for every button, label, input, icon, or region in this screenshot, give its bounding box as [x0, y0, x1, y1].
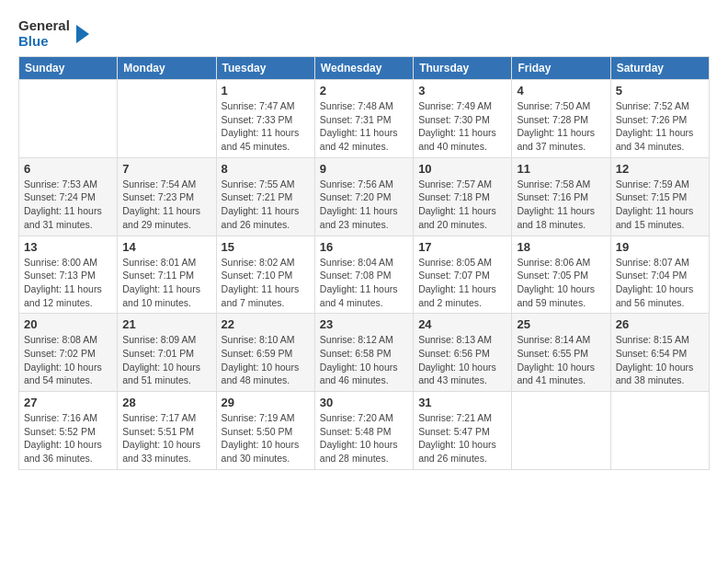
calendar-cell: 6 Sunrise: 7:53 AM Sunset: 7:24 PM Dayli… — [19, 157, 118, 236]
sunset-text: Sunset: 5:52 PM — [24, 426, 96, 437]
calendar-cell: 7 Sunrise: 7:54 AM Sunset: 7:23 PM Dayli… — [118, 157, 216, 236]
sunrise-text: Sunrise: 7:59 AM — [616, 178, 689, 190]
calendar-cell: 22 Sunrise: 8:10 AM Sunset: 6:59 PM Dayl… — [216, 314, 314, 392]
sunset-text: Sunset: 7:05 PM — [517, 270, 588, 281]
day-number: 3 — [418, 84, 506, 98]
logo-blue: Blue — [18, 34, 70, 50]
day-info: Sunrise: 7:49 AM Sunset: 7:30 PM Dayligh… — [418, 99, 506, 154]
sunrise-text: Sunrise: 7:53 AM — [24, 178, 97, 190]
daylight-text: Daylight: 11 hours and 26 minutes. — [222, 205, 300, 230]
day-info: Sunrise: 8:00 AM Sunset: 7:13 PM Dayligh… — [24, 256, 112, 310]
weekday-header-saturday: Saturday — [610, 57, 709, 80]
calendar-cell: 4 Sunrise: 7:50 AM Sunset: 7:28 PM Dayli… — [512, 80, 610, 158]
day-number: 16 — [320, 240, 408, 254]
daylight-text: Daylight: 11 hours and 37 minutes. — [517, 127, 595, 152]
calendar-cell: 23 Sunrise: 8:12 AM Sunset: 6:58 PM Dayl… — [314, 314, 413, 392]
daylight-text: Daylight: 10 hours and 56 minutes. — [616, 283, 694, 308]
day-info: Sunrise: 7:16 AM Sunset: 5:52 PM Dayligh… — [24, 411, 112, 465]
daylight-text: Daylight: 10 hours and 54 minutes. — [24, 362, 102, 386]
sunset-text: Sunset: 7:26 PM — [616, 114, 688, 125]
day-info: Sunrise: 8:06 AM Sunset: 7:05 PM Dayligh… — [517, 256, 605, 310]
sunset-text: Sunset: 6:55 PM — [517, 348, 588, 359]
calendar-cell: 17 Sunrise: 8:05 AM Sunset: 7:07 PM Dayl… — [414, 236, 512, 314]
sunset-text: Sunset: 7:24 PM — [24, 191, 96, 202]
day-info: Sunrise: 7:53 AM Sunset: 7:24 PM Dayligh… — [24, 178, 112, 232]
day-number: 1 — [222, 84, 310, 98]
sunset-text: Sunset: 7:23 PM — [122, 191, 194, 202]
sunset-text: Sunset: 5:50 PM — [222, 426, 293, 437]
daylight-text: Daylight: 11 hours and 20 minutes. — [418, 205, 496, 230]
calendar-week-row: 13 Sunrise: 8:00 AM Sunset: 7:13 PM Dayl… — [19, 236, 710, 314]
day-info: Sunrise: 8:12 AM Sunset: 6:58 PM Dayligh… — [320, 333, 408, 387]
day-number: 17 — [418, 240, 506, 254]
calendar-cell: 30 Sunrise: 7:20 AM Sunset: 5:48 PM Dayl… — [314, 392, 413, 470]
day-info: Sunrise: 8:05 AM Sunset: 7:07 PM Dayligh… — [418, 256, 506, 310]
day-number: 6 — [24, 162, 112, 176]
sunrise-text: Sunrise: 7:52 AM — [616, 100, 689, 111]
calendar-cell — [118, 80, 216, 158]
day-number: 26 — [616, 317, 704, 331]
calendar-cell: 21 Sunrise: 8:09 AM Sunset: 7:01 PM Dayl… — [118, 314, 216, 392]
sunrise-text: Sunrise: 8:07 AM — [616, 257, 689, 268]
page-header: General Blue — [18, 18, 710, 49]
logo-general: General — [18, 18, 70, 34]
calendar-cell: 16 Sunrise: 8:04 AM Sunset: 7:08 PM Dayl… — [314, 236, 413, 314]
calendar-cell: 8 Sunrise: 7:55 AM Sunset: 7:21 PM Dayli… — [216, 157, 314, 236]
weekday-header-tuesday: Tuesday — [216, 57, 314, 80]
day-info: Sunrise: 8:15 AM Sunset: 6:54 PM Dayligh… — [616, 333, 704, 387]
calendar-cell: 14 Sunrise: 8:01 AM Sunset: 7:11 PM Dayl… — [118, 236, 216, 314]
sunset-text: Sunset: 5:48 PM — [320, 426, 392, 437]
daylight-text: Daylight: 10 hours and 36 minutes. — [24, 439, 102, 464]
calendar-body: 1 Sunrise: 7:47 AM Sunset: 7:33 PM Dayli… — [19, 80, 710, 470]
calendar-cell: 26 Sunrise: 8:15 AM Sunset: 6:54 PM Dayl… — [610, 314, 709, 392]
day-number: 13 — [24, 240, 112, 254]
sunset-text: Sunset: 7:01 PM — [122, 348, 194, 359]
sunset-text: Sunset: 7:30 PM — [418, 114, 490, 125]
day-number: 5 — [616, 84, 704, 98]
sunset-text: Sunset: 5:51 PM — [122, 426, 194, 437]
logo: General Blue — [18, 18, 89, 49]
daylight-text: Daylight: 10 hours and 28 minutes. — [320, 439, 398, 464]
sunrise-text: Sunrise: 7:57 AM — [418, 178, 492, 190]
day-number: 14 — [122, 240, 210, 254]
day-info: Sunrise: 7:55 AM Sunset: 7:21 PM Dayligh… — [222, 178, 310, 232]
calendar-week-row: 1 Sunrise: 7:47 AM Sunset: 7:33 PM Dayli… — [19, 80, 710, 158]
day-number: 25 — [517, 317, 605, 331]
sunrise-text: Sunrise: 7:58 AM — [517, 178, 590, 190]
sunset-text: Sunset: 7:08 PM — [320, 270, 392, 281]
daylight-text: Daylight: 11 hours and 12 minutes. — [24, 283, 102, 308]
calendar-cell: 20 Sunrise: 8:08 AM Sunset: 7:02 PM Dayl… — [19, 314, 118, 392]
weekday-header-row: SundayMondayTuesdayWednesdayThursdayFrid… — [19, 57, 710, 80]
day-number: 7 — [122, 162, 210, 176]
logo-container: General Blue — [18, 18, 89, 49]
calendar-cell: 1 Sunrise: 7:47 AM Sunset: 7:33 PM Dayli… — [216, 80, 314, 158]
daylight-text: Daylight: 11 hours and 15 minutes. — [616, 205, 694, 230]
sunset-text: Sunset: 7:15 PM — [616, 191, 688, 202]
calendar-table: SundayMondayTuesdayWednesdayThursdayFrid… — [18, 56, 710, 470]
day-info: Sunrise: 8:08 AM Sunset: 7:02 PM Dayligh… — [24, 333, 112, 387]
sunrise-text: Sunrise: 7:55 AM — [222, 178, 295, 190]
sunset-text: Sunset: 7:13 PM — [24, 270, 96, 281]
day-info: Sunrise: 8:14 AM Sunset: 6:55 PM Dayligh… — [517, 333, 605, 387]
sunrise-text: Sunrise: 8:10 AM — [222, 334, 295, 345]
calendar-cell: 9 Sunrise: 7:56 AM Sunset: 7:20 PM Dayli… — [314, 157, 413, 236]
daylight-text: Daylight: 11 hours and 7 minutes. — [222, 283, 300, 308]
sunset-text: Sunset: 7:21 PM — [222, 191, 293, 202]
calendar-cell: 31 Sunrise: 7:21 AM Sunset: 5:47 PM Dayl… — [414, 392, 512, 470]
day-info: Sunrise: 7:50 AM Sunset: 7:28 PM Dayligh… — [517, 99, 605, 154]
daylight-text: Daylight: 10 hours and 48 minutes. — [222, 362, 300, 386]
day-number: 2 — [320, 84, 408, 98]
calendar-cell: 13 Sunrise: 8:00 AM Sunset: 7:13 PM Dayl… — [19, 236, 118, 314]
day-info: Sunrise: 8:10 AM Sunset: 6:59 PM Dayligh… — [222, 333, 310, 387]
sunrise-text: Sunrise: 7:47 AM — [222, 100, 295, 111]
daylight-text: Daylight: 11 hours and 29 minutes. — [122, 205, 200, 230]
day-number: 27 — [24, 396, 112, 409]
day-info: Sunrise: 7:58 AM Sunset: 7:16 PM Dayligh… — [517, 178, 605, 232]
sunrise-text: Sunrise: 8:00 AM — [24, 257, 97, 268]
calendar-week-row: 20 Sunrise: 8:08 AM Sunset: 7:02 PM Dayl… — [19, 314, 710, 392]
sunset-text: Sunset: 7:10 PM — [222, 270, 293, 281]
day-info: Sunrise: 8:01 AM Sunset: 7:11 PM Dayligh… — [122, 256, 210, 310]
sunset-text: Sunset: 7:16 PM — [517, 191, 588, 202]
calendar-week-row: 27 Sunrise: 7:16 AM Sunset: 5:52 PM Dayl… — [19, 392, 710, 470]
sunset-text: Sunset: 6:58 PM — [320, 348, 392, 359]
